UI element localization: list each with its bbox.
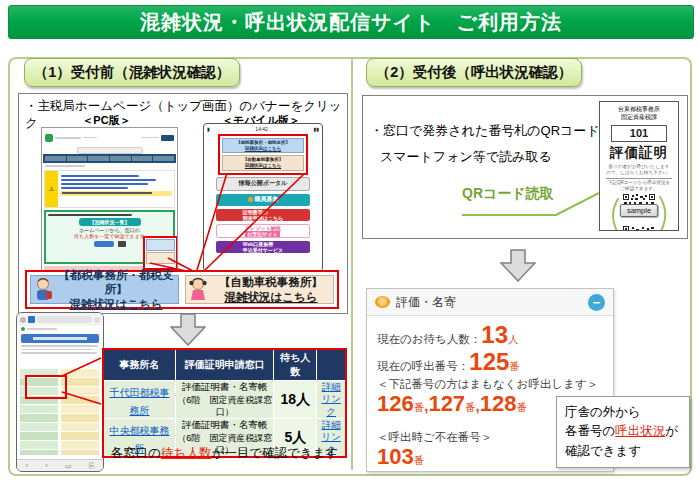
pc-banner-highlight-box <box>143 236 178 270</box>
pc-version-label: ＜PC版＞ <box>49 113 164 128</box>
table-row: 千代田都税事務所 評価証明書・名寄帳 （6階 固定資産税課窓口） 18人 詳細リ… <box>103 381 346 419</box>
pc-search-button[interactable] <box>161 135 174 141</box>
pc-homepage-screenshot: ⚠ 【混雑状況一覧】 ホームページから、窓口の 待ち人数を一覧で確認できます <box>41 127 178 272</box>
pc-alert-links[interactable] <box>58 171 174 207</box>
mobile-banner-car-tax[interactable]: 【自動車税事務所】 混雑状況はこちら <box>222 155 304 170</box>
banner-blue-line2: 混雑状況はこちら <box>56 297 176 311</box>
mobile-item-credit-pay[interactable]: クレジット納税お支払サイト <box>216 224 310 238</box>
pc-mini-banner-tan[interactable] <box>146 252 175 264</box>
mobile-item-recruit[interactable]: 職員募集 <box>216 194 310 206</box>
mobile-clock: 14:42 <box>255 126 268 132</box>
page-title-banner: 混雑状況・呼出状況配信サイト ご利用方法 <box>8 5 694 39</box>
calling-label: 現在の呼出番号： <box>377 359 469 374</box>
browser-menu-icon[interactable] <box>20 317 26 323</box>
pc-alert-box: ⚠ <box>44 170 175 208</box>
down-arrow-icon <box>170 313 206 346</box>
waiting-caption: 各窓口の待ち人数が一目で確認できます <box>102 445 347 462</box>
browser-url-field[interactable] <box>37 316 92 323</box>
pc-nav-bar[interactable] <box>43 154 176 163</box>
qr-instruction-line2: スマートフォン等で読み取る <box>380 148 552 166</box>
congestion-banner-pair-box: 【都税事務所・都税支所】 混雑状況はこちら 【自動車税事務所】 混雑状況はこちら <box>25 270 339 309</box>
collapse-button[interactable]: − <box>588 294 605 311</box>
ticket-qr-zone: sample <box>600 193 678 231</box>
qr-read-label: QRコード読取 <box>462 185 554 203</box>
calling-value: 125 <box>469 350 509 374</box>
waiting-status-table: 事務所名 評価証明申請窓口 待ち人数 千代田都税事務所 評価証明書・名寄帳 （6… <box>102 348 347 458</box>
office-link-chiyoda[interactable]: 千代田都税事務所 <box>109 387 169 416</box>
pc-site-header <box>42 128 177 147</box>
eye-icon <box>375 296 390 308</box>
soon-label: ＜下記番号の方はまもなくお呼出します＞ <box>377 377 603 392</box>
waiting-value: 13 <box>481 323 508 347</box>
qr-instruction-line1: ・窓口で発券された番号札のQRコードを <box>370 122 613 140</box>
recruit-character-icon <box>248 197 253 202</box>
number-ticket: 台東都税事務所 固定資産税課 101 評価証明 係りの者がお呼びいたしますので、… <box>599 101 679 231</box>
tax-bureau-logo-icon <box>45 134 53 142</box>
panel-divider <box>351 59 353 470</box>
boy-character-icon <box>33 277 53 303</box>
monitor-icon <box>118 241 126 247</box>
header-window: 評価証明申請窓口 <box>175 349 273 381</box>
promo-button[interactable] <box>94 241 114 247</box>
ticket-section: 固定資産税課 <box>600 114 678 122</box>
section2-badge: （2）受付後（呼出状況確認） <box>366 58 582 87</box>
pc-search-input[interactable] <box>77 147 143 154</box>
waiting-count-highlight: 待ち人数 <box>161 446 211 460</box>
waiting-label: 現在のお待ち人数： <box>377 332 481 347</box>
mobile-item-web-account[interactable]: Web口座振替申込受付サービス <box>216 241 310 253</box>
ticket-number: 101 <box>611 125 667 142</box>
section1-badge: （1）受付前（混雑状況確認） <box>24 58 240 87</box>
browser-reload-icon[interactable] <box>94 317 100 323</box>
mobile-item-mail-request[interactable]: 証明書等の郵送申請はこちら <box>216 209 310 221</box>
call-status-card-header: 評価・名寄 − <box>367 289 613 316</box>
down-arrow-icon <box>500 249 536 282</box>
detail-link-chiyoda[interactable]: 詳細リンク <box>318 381 344 418</box>
call-status-highlight: 呼出状況 <box>615 424 665 438</box>
header-blank <box>317 349 346 381</box>
section2-badge-label: （2）受付後（呼出状況確認） <box>376 63 573 82</box>
mobile-list-screenshot: ‹›▭⎘ <box>16 312 104 472</box>
car-tax-congestion-banner[interactable]: 【自動車税事務所】 混雑状況はこちら <box>185 275 334 304</box>
page-title: 混雑状況・呼出状況配信サイト ご利用方法 <box>140 9 562 36</box>
mobile-homepage-screenshot: ▮14:42▮▮ 【都税事務所・都税支所】 混雑状況はこちら 【自動車税事務所】… <box>203 123 323 272</box>
table-header-row: 事務所名 評価証明申請窓口 待ち人数 <box>103 349 346 381</box>
waiting-count-chiyoda: 18人 <box>281 391 311 407</box>
before-reception-box: ・主税局ホームページ（トップ画面）のバナーをクリック ＜PC版＞ ＜モバイル版＞… <box>18 93 348 314</box>
sample-watermark: sample <box>620 204 658 217</box>
section1-badge-label: （1）受付前（混雑状況確認） <box>34 63 231 82</box>
girl-character-icon <box>188 277 208 303</box>
ticket-type: 評価証明 <box>600 144 678 162</box>
card-title: 評価・名寄 <box>396 294 456 311</box>
warning-icon: ⚠ <box>45 171 58 207</box>
mobile-item-portal[interactable]: 情報公開ポータル <box>216 177 310 191</box>
browser-app-icon <box>28 316 35 323</box>
banner-tan-line2: 混雑状況はこちら <box>211 290 331 304</box>
waiting-count-chuo: 5人 <box>284 429 306 445</box>
browser-toolbar[interactable]: ‹›▭⎘ <box>17 459 103 471</box>
usage-guide-page: 混雑状況・呼出状況配信サイト ご利用方法 （1）受付前（混雑状況確認） （2）受… <box>0 0 700 480</box>
outside-note-box: 庁舎の外から 各番号の呼出状況が 確認できます <box>556 396 690 468</box>
banner-tan-line1: 【自動車税事務所】 <box>211 275 331 289</box>
list-highlight-box <box>25 375 67 399</box>
header-waiting-count: 待ち人数 <box>274 349 317 381</box>
banner-blue-line1: 【都税事務所・都税支所】 <box>56 268 176 297</box>
mobile-status-bar: ▮14:42▮▮ <box>204 124 322 133</box>
mobile-banner-tax-office[interactable]: 【都税事務所・都税支所】 混雑状況はこちら <box>222 138 304 153</box>
header-office-name: 事務所名 <box>103 349 175 381</box>
congestion-list-pill: 【混雑状況一覧】 <box>79 218 141 226</box>
mobile-browser-bar <box>17 313 103 326</box>
mobile-banner-highlight-box: 【都税事務所・都税支所】 混雑状況はこちら 【自動車税事務所】 混雑状況はこちら <box>218 134 308 175</box>
tax-office-congestion-banner[interactable]: 【都税事務所・都税支所】 混雑状況はこちら <box>30 275 179 304</box>
list-page-title-bar <box>21 334 99 343</box>
ticket-office: 台東都税事務所 <box>600 106 678 114</box>
pc-mini-banner-blue[interactable] <box>146 239 175 251</box>
